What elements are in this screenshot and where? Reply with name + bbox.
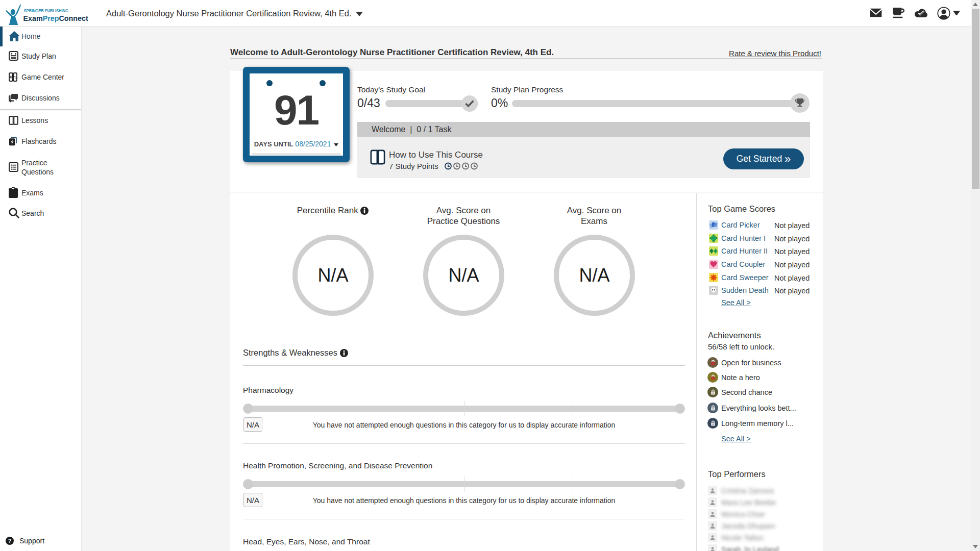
svg-text:SPRINGER PUBLISHING: SPRINGER PUBLISHING xyxy=(24,8,69,14)
svg-text:?: ? xyxy=(8,538,12,544)
svg-text:ExamPrepConnect: ExamPrepConnect xyxy=(23,14,88,22)
